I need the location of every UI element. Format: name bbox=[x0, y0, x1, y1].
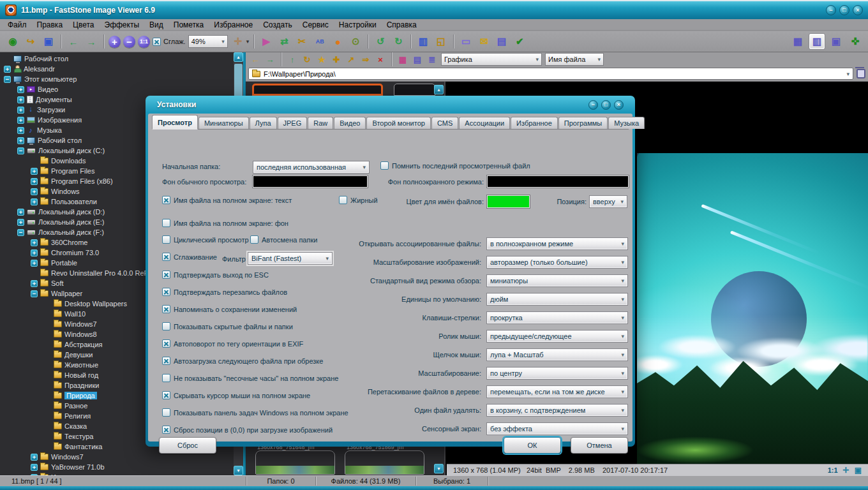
up-folder-icon[interactable]: ↑ bbox=[287, 54, 298, 65]
tree-expander[interactable]: + bbox=[17, 137, 24, 144]
dropdown[interactable]: без эффекта▾ bbox=[486, 422, 628, 435]
smoothing-toggle[interactable]: Сглаж. bbox=[153, 38, 186, 46]
tree-item[interactable]: −Этот компьютер bbox=[0, 74, 234, 84]
chevron-down-icon[interactable]: ▾ bbox=[246, 38, 250, 45]
scan-icon[interactable]: ▭ bbox=[458, 34, 474, 49]
refresh-folder-icon[interactable]: ↻ bbox=[301, 54, 313, 65]
tree-expander[interactable]: + bbox=[17, 96, 24, 103]
hand-tool-icon[interactable]: ✛ bbox=[230, 34, 246, 49]
menu-item[interactable]: Эффекты bbox=[100, 20, 145, 29]
dropdown[interactable]: прокрутка▾ bbox=[486, 311, 628, 324]
scroll-up-icon[interactable]: ▲ bbox=[434, 85, 444, 94]
dropdown[interactable]: миниатюры▾ bbox=[486, 274, 628, 287]
tree-expander[interactable]: − bbox=[17, 147, 24, 154]
tree-expander[interactable]: + bbox=[31, 168, 38, 175]
new-folder-icon[interactable]: ✚ bbox=[331, 54, 342, 65]
normal-background-swatch[interactable] bbox=[253, 175, 368, 188]
tree-expander[interactable]: + bbox=[31, 249, 38, 256]
tree-item[interactable]: +Aleksandr bbox=[0, 64, 234, 74]
dropdown[interactable]: дюйм▾ bbox=[486, 293, 628, 306]
dialog-tab[interactable]: JPEG bbox=[278, 117, 308, 129]
scroll-down-icon[interactable]: ▼ bbox=[234, 466, 243, 475]
dialog-tab[interactable]: Просмотр bbox=[152, 115, 198, 130]
close-button[interactable]: × bbox=[853, 5, 863, 15]
print-icon[interactable]: ▤ bbox=[494, 34, 509, 49]
tree-expander[interactable]: + bbox=[4, 66, 11, 73]
bold-checkbox[interactable]: Жирный bbox=[339, 196, 378, 204]
tree-expander[interactable]: + bbox=[31, 178, 38, 185]
zoom-out-icon[interactable]: − bbox=[123, 36, 135, 48]
dropdown[interactable]: в полноэкранном режиме▾ bbox=[486, 237, 628, 250]
dialog-tab[interactable]: Избранное bbox=[511, 117, 558, 129]
delete-icon[interactable]: × bbox=[375, 54, 386, 65]
tree-expander[interactable]: + bbox=[17, 219, 24, 226]
menu-item[interactable]: Справка bbox=[382, 20, 422, 29]
checkbox[interactable] bbox=[162, 196, 170, 204]
dialog-maximize-button[interactable]: □ bbox=[601, 100, 611, 110]
reset-button[interactable]: Сброс bbox=[159, 437, 216, 454]
address-input[interactable]: F:\Wallpaper\Природа\ ▾ bbox=[248, 68, 853, 80]
dialog-tab[interactable]: Видео bbox=[334, 117, 366, 129]
forward-icon[interactable]: → bbox=[264, 54, 276, 65]
rotate-right-icon[interactable]: ↻ bbox=[391, 34, 406, 49]
dialog-title-bar[interactable]: Установки − □ × bbox=[146, 96, 635, 114]
view-list-icon[interactable]: ▤ bbox=[412, 54, 423, 65]
menu-item[interactable]: Файл bbox=[3, 20, 32, 29]
dialog-minimize-button[interactable]: − bbox=[588, 100, 598, 110]
back-icon[interactable]: ← bbox=[250, 54, 261, 65]
filename-color-swatch[interactable] bbox=[487, 195, 530, 208]
thumbnail[interactable] bbox=[255, 450, 335, 475]
menu-item[interactable]: Пометка bbox=[168, 20, 209, 29]
menu-item[interactable]: Настройки bbox=[334, 20, 382, 29]
dropdown[interactable]: в корзину, с подтверждением▾ bbox=[486, 404, 628, 417]
rename-icon[interactable]: AB bbox=[312, 34, 327, 49]
previous-image-icon[interactable]: ← bbox=[66, 34, 81, 49]
slideshow-icon[interactable]: ▶ bbox=[258, 34, 274, 49]
tree-item[interactable]: +Видео bbox=[0, 84, 234, 94]
email-icon[interactable]: ✉ bbox=[476, 34, 491, 49]
rotate-left-icon[interactable]: ↺ bbox=[373, 34, 388, 49]
dialog-tab[interactable]: Лупа bbox=[250, 117, 277, 129]
dropdown[interactable]: предыдущее/следующее▾ bbox=[486, 330, 628, 343]
dropdown[interactable]: авторазмер (только большие)▾ bbox=[486, 256, 628, 269]
dialog-close-button[interactable]: × bbox=[614, 100, 624, 110]
view-preview-icon[interactable]: ▣ bbox=[828, 34, 844, 49]
dropdown[interactable]: лупа + Масштаб▾ bbox=[486, 348, 628, 361]
zoom-actual-size-icon[interactable]: 1:1 bbox=[138, 36, 150, 48]
zoom-select[interactable]: 49%▾ bbox=[188, 35, 228, 48]
settings-checkbox-row[interactable]: Имя файла на полном экране: фон bbox=[162, 219, 288, 227]
view-thumbnails-icon[interactable]: ▦ bbox=[397, 54, 408, 65]
trash-icon[interactable] bbox=[857, 69, 865, 78]
dialog-tab[interactable]: Ассоциации bbox=[459, 117, 510, 129]
move-to-folder-icon[interactable]: ⇒ bbox=[360, 54, 371, 65]
tree-expander[interactable]: + bbox=[17, 86, 24, 93]
sort-select[interactable]: Имя файла▾ bbox=[545, 53, 604, 66]
position-dropdown[interactable]: вверху ▾ bbox=[589, 195, 627, 208]
tree-expander[interactable]: − bbox=[17, 229, 24, 236]
tree-item[interactable]: +YaBrowser 71.0b bbox=[0, 462, 234, 472]
menu-item[interactable]: Правка bbox=[32, 20, 68, 29]
chevron-down-icon[interactable]: ▾ bbox=[846, 71, 849, 77]
tree-expander[interactable]: + bbox=[17, 117, 24, 124]
pan-icon[interactable]: ✛ bbox=[843, 466, 849, 475]
open-file-icon[interactable]: ↪ bbox=[23, 34, 38, 49]
title-bar[interactable]: 11.bmp - FastStone Image Viewer 6.9 − □ … bbox=[0, 1, 868, 19]
fit-window-icon[interactable]: ▣ bbox=[855, 466, 862, 475]
dropdown[interactable]: перемещать, если на том же диске▾ bbox=[486, 385, 628, 398]
clone-stamp-icon[interactable]: ⊙ bbox=[348, 34, 363, 49]
minimize-button[interactable]: − bbox=[826, 5, 836, 15]
tree-expander[interactable]: + bbox=[31, 260, 38, 267]
tree-expander[interactable]: + bbox=[17, 127, 24, 134]
favorites-folder-icon[interactable]: ★ bbox=[316, 54, 327, 65]
checkbox[interactable] bbox=[162, 219, 170, 227]
menu-item[interactable]: Сервис bbox=[297, 20, 334, 29]
dialog-tab[interactable]: CMS bbox=[431, 117, 458, 129]
ok-button[interactable]: ОК bbox=[504, 437, 561, 454]
menu-item[interactable]: Вид bbox=[144, 20, 168, 29]
menu-item[interactable]: Избранное bbox=[209, 20, 258, 29]
acquire-photos-icon[interactable]: ◉ bbox=[5, 34, 20, 49]
tree-expander[interactable]: + bbox=[31, 188, 38, 195]
scrollbar-thumb[interactable] bbox=[234, 64, 243, 97]
view-thumbnails-icon[interactable]: ▦ bbox=[790, 34, 805, 49]
scroll-down-icon[interactable]: ▼ bbox=[434, 464, 444, 473]
